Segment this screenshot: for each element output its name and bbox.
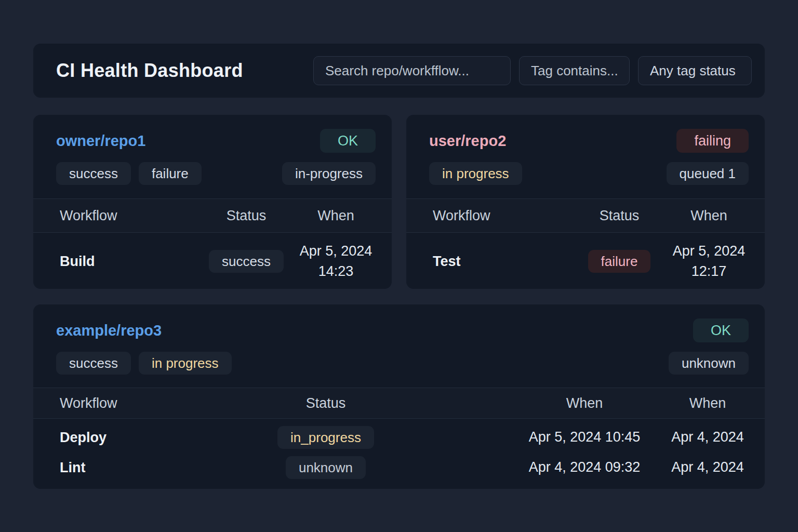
search-input[interactable] (313, 56, 511, 85)
repo-card-grid: owner/repo1 OK success failure in-progre… (33, 115, 765, 289)
when-cell-1: Apr 5, 2024 10:45 (508, 427, 661, 447)
repo2-health-badge: failing (676, 129, 749, 153)
column-status: Status (575, 208, 663, 224)
status-badge: success (209, 250, 284, 273)
repo1-tag-row: success failure in-progress (56, 162, 376, 185)
repo-card-repo1: owner/repo1 OK success failure in-progre… (33, 115, 392, 289)
when-cell-1: Apr 4, 2024 09:32 (508, 457, 661, 477)
workflow-name: Build (60, 254, 202, 270)
column-workflow: Workflow (60, 208, 202, 224)
when-cell: Apr 5, 2024 14:23 (290, 241, 381, 282)
repo2-link[interactable]: user/repo2 (429, 132, 506, 150)
repo1-inprogress-badge: in-progress (282, 162, 376, 185)
repo-card-repo3: example/repo3 OK success in progress unk… (33, 304, 765, 489)
repo-card-repo2: user/repo2 failing in progress queued 1 … (406, 115, 765, 289)
repo3-head: example/repo3 OK success in progress unk… (33, 304, 765, 375)
repo1-health-badge: OK (320, 129, 376, 153)
status-cell: in_progress (227, 426, 424, 449)
repo1-table-header: Workflow Status When (33, 198, 392, 233)
when-cell-2: Apr 4, 2024 (661, 457, 754, 477)
repo1-tag-failure: failure (139, 162, 202, 185)
workflow-name: Lint (60, 460, 227, 476)
tag-status-select[interactable]: Any tag status (638, 56, 752, 85)
repo3-tag-success: success (56, 352, 131, 375)
column-when: When (290, 208, 381, 224)
column-when-2: When (661, 395, 754, 411)
column-when: When (663, 208, 754, 224)
repo3-table-header: Workflow Status When When (33, 388, 765, 419)
table-row: Deploy in_progress Apr 5, 2024 10:45 Apr… (33, 419, 765, 449)
repo3-health-badge: OK (693, 318, 749, 342)
repo1-head: owner/repo1 OK success failure in-progre… (33, 115, 392, 185)
table-row: Test failure Apr 5, 2024 12:17 (406, 233, 765, 282)
status-badge: unknown (286, 456, 366, 479)
repo3-tag-row: success in progress unknown (56, 352, 749, 375)
column-status: Status (202, 208, 290, 224)
when-cell: Apr 5, 2024 12:17 (663, 241, 754, 282)
table-row: Lint unknown Apr 4, 2024 09:32 Apr 4, 20… (33, 449, 765, 479)
repo2-tag-row: in progress queued 1 (429, 162, 749, 185)
column-workflow: Workflow (60, 395, 227, 411)
ci-health-dashboard: CI Health Dashboard Any tag status owner… (0, 0, 798, 489)
status-badge: in_progress (277, 426, 374, 449)
when-cell-2: Apr 4, 2024 (661, 427, 754, 447)
repo1-tag-success: success (56, 162, 131, 185)
repo3-unknown-badge: unknown (669, 352, 749, 375)
column-status: Status (227, 395, 424, 411)
repo2-queued-badge: queued 1 (667, 162, 749, 185)
status-badge: failure (588, 250, 651, 273)
repo2-table-header: Workflow Status When (406, 198, 765, 233)
status-cell: success (202, 250, 290, 273)
workflow-name: Deploy (60, 430, 227, 446)
status-cell: failure (575, 250, 663, 273)
page-title: CI Health Dashboard (56, 60, 243, 82)
column-when-1: When (508, 395, 661, 411)
repo3-tag-inprogress: in progress (139, 352, 232, 375)
repo1-link[interactable]: owner/repo1 (56, 132, 145, 150)
repo3-link[interactable]: example/repo3 (56, 322, 162, 339)
status-cell: unknown (227, 456, 424, 479)
table-row: Build success Apr 5, 2024 14:23 (33, 233, 392, 282)
column-workflow: Workflow (433, 208, 575, 224)
repo2-head: user/repo2 failing in progress queued 1 (406, 115, 765, 185)
header-bar: CI Health Dashboard Any tag status (33, 44, 765, 98)
tag-filter-input[interactable] (519, 56, 630, 85)
workflow-name: Test (433, 254, 575, 270)
repo2-tag-inprogress: in progress (429, 162, 522, 185)
filter-bar: Any tag status (313, 56, 752, 85)
